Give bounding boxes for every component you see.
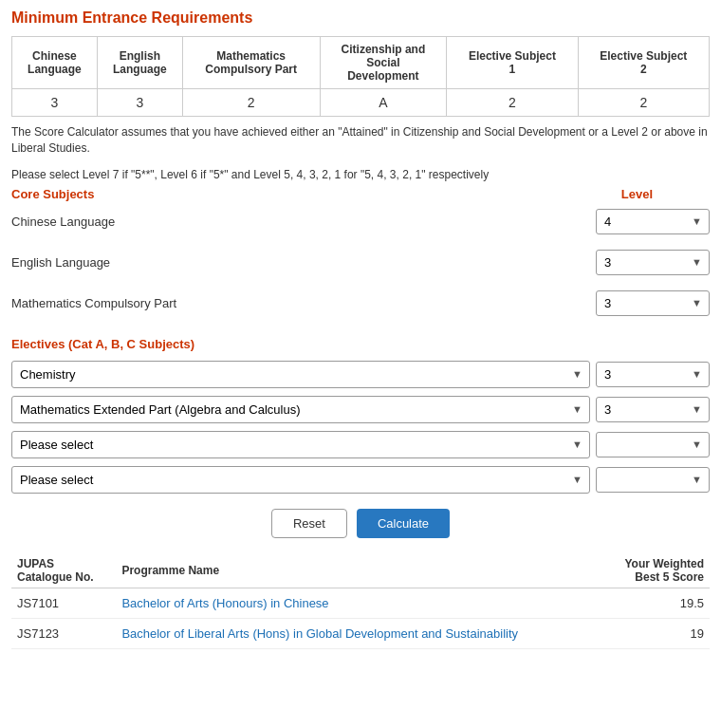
elective3-subject-select[interactable]: Please select Chemistry Physics Biology … (11, 431, 590, 458)
electives-title: Electives (Cat A, B, C Subjects) (11, 337, 710, 351)
req-header-elective1: Elective Subject1 (447, 37, 578, 89)
subject-name-english: English Language (11, 255, 596, 270)
reset-button[interactable]: Reset (271, 509, 347, 538)
elective2-subject-select[interactable]: Mathematics Extended Part (Algebra and C… (11, 396, 590, 423)
req-header-chinese: ChineseLanguage (12, 37, 98, 89)
elective3-subject-wrapper: Please select Chemistry Physics Biology … (11, 431, 590, 458)
result-score-2: 19 (601, 618, 710, 648)
req-val-english: 3 (97, 89, 182, 117)
elective3-level-select[interactable]: 1234567 (596, 432, 710, 457)
col-header-score: Your WeightedBest 5 Score (601, 553, 710, 588)
req-header-english: EnglishLanguage (97, 37, 182, 89)
elective4-subject-wrapper: Please select Chemistry Physics Biology … (11, 466, 590, 494)
english-level-select[interactable]: 1234567 (596, 250, 710, 275)
elective4-subject-select[interactable]: Please select Chemistry Physics Biology … (11, 466, 590, 494)
calculate-button[interactable]: Calculate (357, 509, 450, 538)
req-val-elective2: 2 (578, 89, 709, 117)
result-programme-1[interactable]: Bachelor of Arts (Honours) in Chinese (116, 588, 601, 618)
elective-row-3: Please select Chemistry Physics Biology … (11, 431, 710, 458)
elective1-level-wrapper: 1234567 ▼ (596, 362, 710, 387)
result-row-1: JS7101 Bachelor of Arts (Honours) in Chi… (11, 588, 710, 618)
elective-row-2: Mathematics Extended Part (Algebra and C… (11, 396, 710, 423)
english-level-wrapper: 1234567 ▼ (596, 250, 710, 275)
req-val-chinese: 3 (12, 89, 98, 117)
col-header-programme: Programme Name (116, 553, 601, 588)
subject-name-chinese: Chinese Language (11, 215, 596, 229)
elective-row-1: Chemistry Physics Biology Economics ▼ 12… (11, 361, 710, 388)
req-val-math: 2 (182, 89, 320, 117)
math-level-select[interactable]: 1234567 (596, 290, 710, 316)
req-header-math: MathematicsCompulsory Part (182, 37, 320, 89)
subject-row-english: English Language 1234567 ▼ (11, 250, 710, 281)
subject-row-chinese: Chinese Language 1234567 ▼ (11, 209, 710, 240)
elective2-level-wrapper: 1234567 ▼ (596, 397, 710, 422)
button-row: Reset Calculate (11, 509, 710, 538)
level-column-label: Level (621, 187, 653, 201)
elective1-subject-select[interactable]: Chemistry Physics Biology Economics (11, 361, 590, 388)
instruction-text: Please select Level 7 if "5**", Level 6 … (11, 168, 710, 181)
result-row-2: JS7123 Bachelor of Liberal Arts (Hons) i… (11, 618, 710, 648)
elective2-subject-wrapper: Mathematics Extended Part (Algebra and C… (11, 396, 590, 423)
results-table: JUPASCatalogue No. Programme Name Your W… (11, 553, 710, 649)
elective1-subject-wrapper: Chemistry Physics Biology Economics ▼ (11, 361, 590, 388)
elective2-level-select[interactable]: 1234567 (596, 397, 710, 422)
disclaimer-text: The Score Calculator assumes that you ha… (11, 124, 710, 157)
core-subjects-label: Core Subjects (11, 187, 94, 201)
subject-name-math: Mathematics Compulsory Part (11, 296, 596, 310)
subject-row-math: Mathematics Compulsory Part 1234567 ▼ (11, 290, 710, 322)
page-title: Minimum Entrance Requirements (11, 9, 710, 27)
elective3-level-wrapper: 1234567 ▼ (596, 432, 710, 457)
elective4-level-wrapper: 1234567 ▼ (596, 467, 710, 493)
elective1-level-select[interactable]: 1234567 (596, 362, 710, 387)
chinese-level-select[interactable]: 1234567 (596, 209, 710, 234)
math-level-wrapper: 1234567 ▼ (596, 290, 710, 316)
req-header-elective2: Elective Subject2 (578, 37, 709, 89)
requirements-table: ChineseLanguage EnglishLanguage Mathemat… (11, 36, 710, 117)
result-programme-2[interactable]: Bachelor of Liberal Arts (Hons) in Globa… (116, 618, 601, 648)
result-catalogue-2: JS7123 (11, 618, 116, 648)
req-val-elective1: 2 (447, 89, 578, 117)
req-val-citizenship: A (320, 89, 447, 117)
result-catalogue-1: JS7101 (11, 588, 116, 618)
req-header-citizenship: Citizenship andSocialDevelopment (320, 37, 447, 89)
col-header-catalogue: JUPASCatalogue No. (11, 553, 116, 588)
chinese-level-wrapper: 1234567 ▼ (596, 209, 710, 234)
elective-row-4: Please select Chemistry Physics Biology … (11, 466, 710, 494)
result-score-1: 19.5 (601, 588, 710, 618)
elective4-level-select[interactable]: 1234567 (596, 467, 710, 493)
